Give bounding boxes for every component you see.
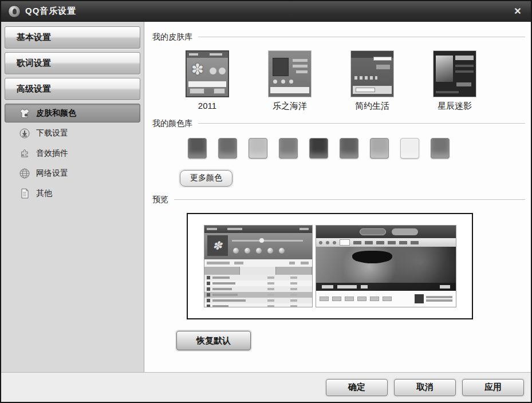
- apply-button[interactable]: 应用: [462, 379, 524, 396]
- sidebar-item-label: 网络设置: [36, 168, 68, 179]
- skin-thumbnail: [350, 50, 394, 97]
- skin-thumbnail: [268, 50, 312, 97]
- preview-album-art: ✽: [207, 235, 228, 256]
- color-swatch-list: [188, 138, 525, 159]
- sidebar-item-label: 音效插件: [36, 148, 68, 159]
- skin-section-title: 我的皮肤库: [152, 32, 192, 42]
- app-logo-icon: [8, 5, 21, 18]
- skin-icon: [19, 108, 30, 119]
- sidebar-item-download-settings[interactable]: 下载设置: [5, 124, 140, 143]
- color-swatch-5[interactable]: [309, 138, 328, 159]
- color-swatch-3[interactable]: [249, 138, 267, 159]
- title-bar: QQ音乐设置 ✕: [1, 1, 531, 22]
- preview-info-card: [415, 294, 452, 303]
- dialog-footer: 确定 取消 应用: [1, 372, 531, 402]
- color-swatch-8[interactable]: [400, 138, 419, 159]
- restore-default-button[interactable]: 恢复默认: [176, 331, 251, 350]
- preview-main-window: [316, 225, 456, 307]
- download-icon: [19, 128, 30, 139]
- ok-button[interactable]: 确定: [326, 379, 388, 396]
- skin-name: 星辰迷影: [428, 101, 481, 112]
- sidebar: 基本设置 歌词设置 高级设置 皮肤和颜色 下载设置 音效插件: [1, 22, 144, 372]
- skin-name: 2011: [181, 101, 234, 110]
- preview-section-header: 预览: [152, 195, 525, 205]
- skin-option-simple-life[interactable]: 简约生活: [346, 50, 399, 112]
- sidebar-item-skin-and-color[interactable]: 皮肤和颜色: [5, 104, 140, 123]
- color-swatch-9[interactable]: [431, 138, 450, 159]
- color-swatch-6[interactable]: [340, 138, 358, 159]
- document-icon: [19, 188, 30, 199]
- skin-thumbnail: ✽: [186, 50, 229, 97]
- skin-section-header: 我的皮肤库: [152, 32, 525, 42]
- sidebar-section-lyrics-settings[interactable]: 歌词设置: [5, 52, 140, 74]
- skin-thumbnail: [433, 50, 476, 97]
- section-divider: [198, 37, 525, 38]
- color-swatch-2[interactable]: [218, 138, 237, 159]
- sidebar-item-label: 其他: [36, 188, 52, 199]
- sidebar-item-label: 皮肤和颜色: [36, 108, 76, 118]
- sidebar-item-network-settings[interactable]: 网络设置: [5, 164, 140, 183]
- skin-preview-image: ✽: [187, 213, 473, 319]
- preview-mini-player: ✽: [204, 225, 313, 307]
- window-title: QQ音乐设置: [25, 6, 76, 17]
- skin-option-2011[interactable]: ✽ 2011: [181, 50, 234, 112]
- skin-option-ocean[interactable]: 乐之海洋: [263, 50, 316, 112]
- close-icon[interactable]: ✕: [510, 4, 525, 19]
- network-icon: [19, 168, 30, 179]
- skin-art-star: ✽: [191, 61, 204, 78]
- sidebar-item-audio-effect-plugins[interactable]: 音效插件: [5, 144, 140, 163]
- color-swatch-7[interactable]: [370, 138, 389, 159]
- sidebar-section-basic-settings[interactable]: 基本设置: [5, 26, 140, 49]
- preview-section-title: 预览: [152, 195, 168, 205]
- sidebar-item-label: 下载设置: [36, 128, 68, 139]
- sidebar-item-other[interactable]: 其他: [5, 184, 140, 203]
- skin-name: 简约生活: [346, 101, 399, 112]
- skin-list: ✽ 2011: [181, 50, 525, 112]
- plugin-icon: [19, 148, 30, 159]
- main-panel: 我的皮肤库 ✽: [144, 22, 531, 372]
- section-divider: [198, 123, 525, 124]
- section-divider: [174, 199, 525, 200]
- color-swatch-1[interactable]: [188, 138, 207, 159]
- more-colors-button[interactable]: 更多颜色: [180, 170, 232, 187]
- sidebar-section-advanced-settings[interactable]: 高级设置: [5, 78, 140, 100]
- cancel-button[interactable]: 取消: [394, 379, 456, 396]
- color-section-header: 我的颜色库: [152, 118, 525, 129]
- color-section-title: 我的颜色库: [152, 118, 192, 129]
- color-swatch-4[interactable]: [279, 138, 298, 159]
- skin-option-starry-shadow[interactable]: 星辰迷影: [428, 50, 481, 112]
- skin-name: 乐之海洋: [263, 101, 316, 112]
- qq-music-settings-dialog: QQ音乐设置 ✕ 基本设置 歌词设置 高级设置 皮肤和颜色 下载设置: [0, 0, 532, 403]
